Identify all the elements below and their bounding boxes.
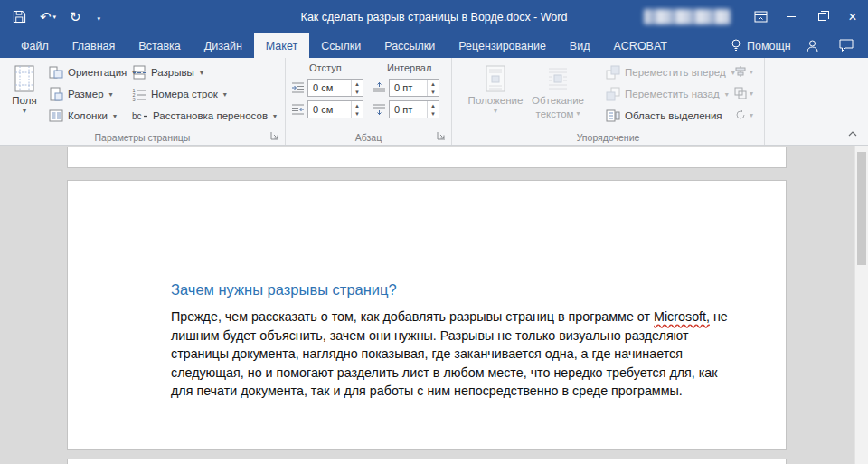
margins-icon [13,65,36,92]
close-button[interactable]: × [837,0,868,33]
chevron-up-icon [847,130,858,137]
tab-tell-me[interactable]: Помощн [719,33,803,58]
chevron-down-icon: ▾ [750,111,753,119]
spin-down-icon[interactable]: ▼ [352,88,363,96]
spin-up-icon[interactable]: ▲ [428,101,439,109]
comments-button[interactable] [839,39,854,52]
hyphenation-button[interactable]: bc Расстановка переносов▾ [132,106,277,126]
orientation-icon [49,65,63,80]
selection-pane-label: Область выделения [625,110,722,121]
document-canvas[interactable]: Зачем нужны разрывы страниц? Прежде, чем… [0,146,854,464]
indent-left-row: 0 см ▲▼ [291,79,363,97]
chevron-down-icon: ▾ [273,112,277,120]
tab-home[interactable]: Главная [61,33,127,58]
tab-insert[interactable]: Вставка [127,33,192,58]
spin-down-icon[interactable]: ▼ [352,109,363,118]
tab-layout[interactable]: Макет [254,33,309,58]
tab-references[interactable]: Ссылки [309,33,373,58]
orientation-button[interactable]: Ориентация▾ [49,62,136,82]
redo-icon: ↻ [70,10,81,24]
vertical-scrollbar[interactable] [854,146,868,464]
chevron-down-icon: ▾ [53,14,57,20]
minimize-button[interactable] [776,0,807,33]
spin-up-icon[interactable]: ▲ [428,80,439,88]
tab-view[interactable]: Вид [558,33,602,58]
spin-down-icon[interactable]: ▼ [428,109,439,118]
spellcheck-flagged-word: Microsoft, [654,309,710,324]
margins-label: Поля [12,95,36,106]
indent-heading: Отступ [309,62,342,73]
account-icon [806,39,819,53]
breaks-label: Разрывы [151,67,194,78]
indent-right-stepper[interactable]: 0 см ▲▼ [307,100,363,118]
spin-up-icon[interactable]: ▲ [352,80,363,88]
position-button[interactable]: Положение ▾ [465,61,526,140]
svg-text:bc: bc [132,111,142,121]
selection-pane-button[interactable]: Область выделения [606,106,722,126]
align-objects-button[interactable]: ▾ [734,62,753,80]
redo-button[interactable]: ↻ [70,10,81,24]
page-size-label: Размер [68,89,104,99]
chevron-down-icon: ▾ [23,109,26,114]
breaks-button[interactable]: Разрывы▾ [132,62,203,82]
tab-review[interactable]: Рецензирование [447,33,558,58]
tab-mailings[interactable]: Рассылки [373,33,447,58]
send-backward-button[interactable]: Переместить назад▾ [606,84,729,104]
page-size-button[interactable]: Размер▾ [49,84,113,104]
lightbulb-icon [731,39,741,52]
group-paragraph: Отступ Интервал 0 см ▲▼ 0 см ▲▼ 0 пт [286,58,452,145]
wrap-text-button[interactable]: Обтекание текстом▾ [528,61,588,140]
spin-down-icon[interactable]: ▼ [428,88,439,96]
undo-button[interactable]: ↶▾ [40,10,56,24]
titlebar-controls: × [644,0,868,33]
bring-forward-button[interactable]: Переместить вперед▾ [606,62,735,82]
page-size-icon [49,87,63,101]
spacing-after-stepper[interactable]: 0 пт ▲▼ [389,100,439,118]
sign-in-button[interactable] [806,39,819,53]
dialog-launcher-icon [437,131,446,140]
columns-icon [49,109,63,123]
save-button[interactable] [13,10,26,24]
rotate-icon [734,109,747,121]
chevron-down-icon: ▾ [109,90,113,99]
tab-file[interactable]: Файл [9,33,61,58]
group-label-arrange: Упорядочение [452,132,764,143]
margins-button[interactable]: Поля ▾ [4,61,45,140]
maximize-button[interactable] [807,0,837,33]
window-title: Как сделать разрыв страницы в Ворде.docx… [145,0,723,33]
minimize-icon [787,16,796,17]
spacing-before-stepper[interactable]: 0 пт ▲▼ [389,79,439,97]
indent-right-row: 0 см ▲▼ [291,100,363,118]
spacing-heading: Интервал [387,62,431,73]
rotate-objects-button[interactable]: ▾ [734,106,753,124]
columns-button[interactable]: Колонки▾ [49,106,117,126]
align-icon [734,65,747,78]
quick-access-toolbar: ↶▾ ↻ ▾ [13,0,103,33]
collapse-ribbon-button[interactable] [844,128,861,140]
chevron-down-icon: ▾ [750,90,753,98]
paragraph-dialog-launcher[interactable] [435,129,448,142]
group-icon [734,87,747,99]
spin-up-icon[interactable]: ▲ [352,101,363,109]
group-objects-button[interactable]: ▾ [734,84,753,102]
wrap-text-icon [546,65,570,92]
tab-acrobat[interactable]: ACROBAT [601,33,679,58]
bring-forward-label: Переместить вперед [625,67,726,78]
indent-left-stepper[interactable]: 0 см ▲▼ [307,79,363,97]
line-numbers-button[interactable]: 123 Номера строк▾ [132,84,227,104]
scrollbar-thumb[interactable] [857,152,866,265]
indent-right-icon [291,103,305,116]
group-arrange: Положение ▾ Обтекание текстом▾ Перемести… [452,58,765,145]
previous-page-bottom [67,147,787,168]
indent-left-value: 0 см [308,80,351,96]
page-setup-dialog-launcher[interactable] [269,129,281,142]
tab-design[interactable]: Дизайн [193,33,254,58]
customize-qat-button[interactable]: ▾ [95,14,103,21]
send-backward-icon [606,87,620,101]
document-page[interactable]: Зачем нужны разрывы страниц? Прежде, чем… [67,180,787,450]
paragraph-text: Прежде, чем рассказать о том, как добавл… [171,309,654,324]
send-backward-label: Переместить назад [625,89,720,99]
ribbon-display-options-button[interactable] [745,0,776,33]
chevron-down-icon: ▾ [494,109,497,114]
line-numbers-icon: 123 [132,87,146,101]
